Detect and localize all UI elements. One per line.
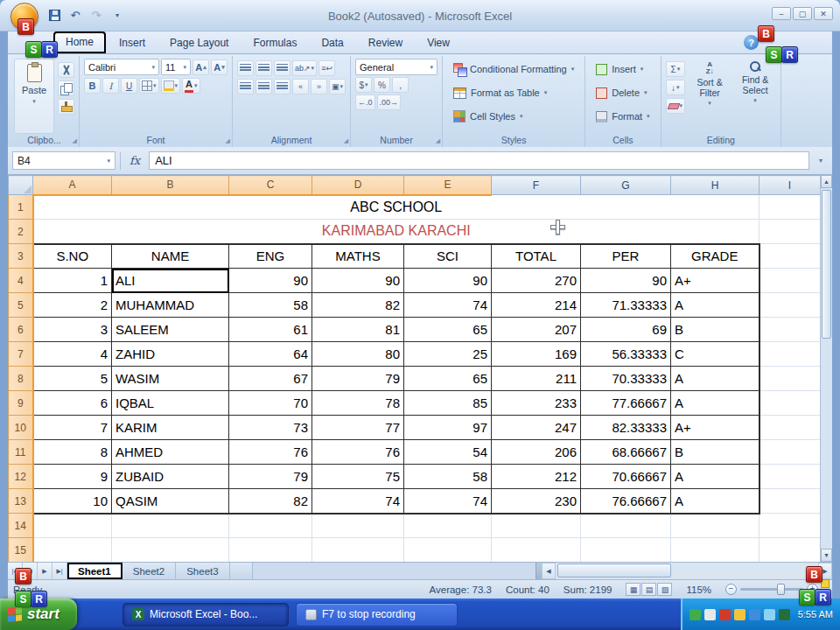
insert-worksheet-tab[interactable] [230,563,253,579]
decrease-indent-button[interactable]: « [292,79,309,94]
cell-E11[interactable]: 54 [404,440,492,465]
cell-F13[interactable]: 230 [492,489,581,514]
clear-button[interactable]: ▾ [666,98,686,114]
cell-H15[interactable] [671,538,760,563]
row-header-5[interactable]: 5 [9,293,33,318]
cell-F5[interactable]: 214 [492,293,581,318]
cell-F11[interactable]: 206 [492,440,581,465]
cell-G12[interactable]: 70.66667 [581,465,671,489]
cell-G6[interactable]: 69 [581,318,671,342]
formula-input[interactable]: ALI [149,151,809,170]
cell-B9[interactable]: IQBAL [112,391,229,416]
insert-function-icon[interactable]: fx [125,154,144,167]
format-cells-button[interactable]: Format▾ [590,105,655,128]
font-color-button[interactable]: A▾ [182,78,200,94]
cell-D8[interactable]: 79 [312,367,404,391]
row-header-13[interactable]: 13 [9,489,33,514]
cell-H8[interactable]: A [671,367,760,391]
bold-button[interactable]: B [84,78,101,94]
cell-A9[interactable]: 6 [33,391,112,416]
insert-cells-button[interactable]: Insert▾ [590,58,655,80]
cell-B4[interactable]: ALI [112,269,229,293]
vscroll-track[interactable] [821,188,832,549]
cell-E13[interactable]: 74 [404,489,492,514]
cell-A10[interactable]: 7 [33,416,112,440]
align-top-button[interactable] [237,60,254,76]
cell-F6[interactable]: 207 [492,318,581,342]
cell-A3[interactable]: S.NO [33,244,112,269]
cell-G14[interactable] [581,514,671,538]
name-box[interactable]: B4▾ [12,151,116,170]
number-dialog-launcher-icon[interactable]: ◢ [436,137,440,144]
cell-B10[interactable]: KARIM [112,416,229,440]
cell-E4[interactable]: 90 [404,269,492,293]
help-icon[interactable]: ? [744,35,759,50]
cell-E12[interactable]: 58 [404,465,492,489]
row-header-9[interactable]: 9 [9,391,33,416]
find-select-button[interactable]: Find & Select▾ [734,59,776,134]
cell-H13[interactable]: A [671,489,760,514]
grow-font-button[interactable]: A▴ [192,60,209,75]
sheet-tab-sheet2[interactable]: Sheet2 [122,563,176,579]
cell-I2[interactable] [760,220,821,244]
format-as-table-button[interactable]: Format as Table▾ [447,81,580,104]
cell-F7[interactable]: 169 [492,342,581,367]
cell-D15[interactable] [312,538,404,563]
maximize-button[interactable]: ▢ [793,7,812,20]
tray-icon[interactable] [764,609,775,620]
cell-I9[interactable] [760,391,821,416]
currency-button[interactable]: $▾ [355,77,372,93]
save-icon[interactable] [46,7,63,23]
cell-F3[interactable]: TOTAL [492,244,581,269]
borders-button[interactable]: ▾ [139,78,159,94]
cell-C7[interactable]: 64 [229,342,312,367]
cell-G7[interactable]: 56.33333 [581,342,671,367]
row-header-6[interactable]: 6 [9,318,33,342]
cell-G5[interactable]: 71.33333 [581,293,671,318]
cell-I4[interactable] [760,269,821,293]
cell-I15[interactable] [760,538,821,563]
cell-B6[interactable]: SALEEM [112,318,229,342]
cell-E7[interactable]: 25 [404,342,492,367]
cell-D13[interactable]: 74 [312,489,404,514]
cell-C4[interactable]: 90 [229,269,312,293]
paste-button[interactable]: Paste ▾ [14,59,54,134]
cell-H11[interactable]: B [671,440,760,465]
zoom-slider-thumb[interactable] [777,584,785,595]
row-header-12[interactable]: 12 [9,465,33,489]
page-layout-view-icon[interactable]: ▤ [641,583,656,596]
cell-B13[interactable]: QASIM [112,489,229,514]
zoom-out-icon[interactable]: − [725,584,737,595]
tab-page-layout[interactable]: Page Layout [158,33,240,53]
font-dialog-launcher-icon[interactable]: ◢ [226,137,230,144]
cell-B15[interactable] [112,538,229,563]
cell-E10[interactable]: 97 [404,416,492,440]
cell-B12[interactable]: ZUBAID [112,465,229,489]
cell-I5[interactable] [760,293,821,318]
formula-bar-expand-icon[interactable]: ▾ [814,157,828,164]
cell-B7[interactable]: ZAHID [112,342,229,367]
font-size-select[interactable]: 11▾ [161,59,191,75]
orientation-button[interactable]: ab↗▾ [292,60,317,76]
row-header-4[interactable]: 4 [9,269,33,293]
cell-A12[interactable]: 9 [33,465,112,489]
cell-D9[interactable]: 78 [312,391,404,416]
tab-view[interactable]: View [416,33,461,53]
row-header-14[interactable]: 14 [9,514,33,538]
underline-button[interactable]: U [121,78,137,94]
cell-F4[interactable]: 270 [492,269,581,293]
cell-A11[interactable]: 8 [33,440,112,465]
hscroll-left-arrow[interactable]: ◀ [542,563,556,579]
column-header-A[interactable]: A [33,176,112,195]
row-header-8[interactable]: 8 [9,367,33,391]
qat-customize-icon[interactable]: ▾ [108,7,126,23]
increase-indent-button[interactable]: » [311,79,327,94]
cell-F10[interactable]: 247 [492,416,581,440]
cell-F14[interactable] [492,514,581,538]
cell-G8[interactable]: 70.33333 [581,367,671,391]
cell-I1[interactable] [760,195,821,220]
copy-button[interactable] [58,80,74,96]
cell-I14[interactable] [760,514,821,538]
redo-icon[interactable]: ↷ [88,7,105,23]
zoom-slider-track[interactable] [740,588,803,591]
